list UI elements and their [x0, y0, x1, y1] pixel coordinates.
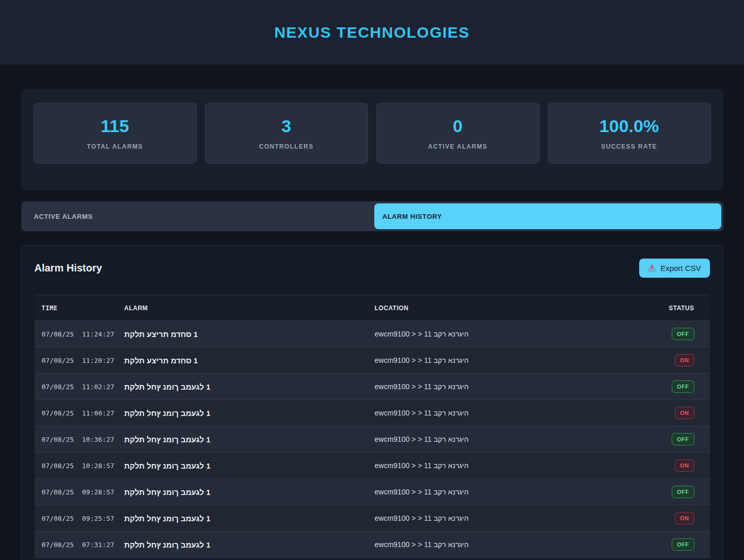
- stat-value: 3: [281, 116, 291, 136]
- status-badge: ON: [675, 354, 694, 366]
- export-csv-label: Export CSV: [660, 264, 701, 273]
- stat-value: 0: [453, 116, 463, 136]
- app-header: NEXUS TECHNOLOGIES: [0, 0, 744, 65]
- status-cell: OFF: [665, 321, 710, 347]
- location-cell: ewcm9100 > > 11 בקר אנרגיה: [375, 400, 665, 426]
- table-row: 07/08/25 09:28:57תקלת לחץ נמוך במעגל 1ew…: [35, 479, 710, 505]
- status-badge: OFF: [672, 328, 694, 340]
- alarm-cell: תקלת לחץ נמוך במעגל 1: [124, 374, 375, 400]
- table-header-row: TIME ALARM LOCATION STATUS: [35, 295, 710, 321]
- table-row: 07/08/25 07:31:27תקלת לחץ נמוך במעגל 1ew…: [35, 532, 710, 558]
- alarm-cell: תקלת לחץ נמוך במעגל 1: [124, 426, 375, 453]
- alarm-history-table: TIME ALARM LOCATION STATUS 07/08/25 11:2…: [35, 295, 710, 558]
- stat-card-active-alarms: 0 ACTIVE ALARMS: [376, 103, 540, 164]
- status-badge: ON: [675, 459, 694, 472]
- column-header-time: TIME: [35, 295, 124, 321]
- status-badge: ON: [675, 512, 694, 524]
- time-cell: 07/08/25 09:25:57: [35, 505, 124, 532]
- stat-card-total-alarms: 115 TOTAL ALARMS: [34, 103, 197, 164]
- status-cell: OFF: [665, 479, 710, 505]
- location-cell: ewcm9100 > > 11 בקר אנרגיה: [375, 321, 665, 347]
- stat-label: TOTAL ALARMS: [87, 143, 143, 150]
- table-row: 07/08/25 11:00:27תקלת לחץ נמוך במעגל 1ew…: [35, 400, 710, 426]
- status-cell: ON: [665, 453, 710, 479]
- column-header-alarm: ALARM: [124, 295, 375, 321]
- alarm-cell: תקלת לחץ נמוך במעגל 1: [124, 532, 375, 558]
- status-badge: OFF: [672, 538, 694, 551]
- status-cell: ON: [665, 347, 710, 374]
- tab-bar: ACTIVE ALARMS ALARM HISTORY: [21, 201, 723, 231]
- table-row: 07/08/25 11:20:27תקלת עצירת מדחס 1ewcm91…: [35, 347, 710, 374]
- stat-label: ACTIVE ALARMS: [428, 143, 487, 150]
- stat-value: 115: [101, 116, 129, 136]
- panel-title: Alarm History: [35, 262, 102, 274]
- alarm-cell: תקלת לחץ נמוך במעגל 1: [124, 505, 375, 532]
- tab-alarm-history[interactable]: ALARM HISTORY: [374, 203, 721, 229]
- alarm-history-panel: Alarm History Export CSV TIME ALARM LOCA…: [21, 245, 723, 560]
- status-cell: ON: [665, 505, 710, 532]
- alarm-cell: תקלת עצירת מדחס 1: [124, 347, 375, 374]
- location-cell: ewcm9100 > > 11 בקר אנרגיה: [375, 532, 665, 558]
- alarm-cell: תקלת לחץ נמוך במעגל 1: [124, 400, 375, 426]
- location-cell: ewcm9100 > > 11 בקר אנרגיה: [375, 453, 665, 479]
- status-cell: OFF: [665, 532, 710, 558]
- table-row: 07/08/25 11:24:27תקלת עצירת מדחס 1ewcm91…: [35, 321, 710, 347]
- table-row: 07/08/25 11:02:27תקלת לחץ נמוך במעגל 1ew…: [35, 374, 710, 400]
- table-row: 07/08/25 10:28:57תקלת לחץ נמוך במעגל 1ew…: [35, 453, 710, 479]
- stats-panel: 115 TOTAL ALARMS 3 CONTROLLERS 0 ACTIVE …: [21, 89, 723, 190]
- column-header-status: STATUS: [665, 295, 710, 321]
- app-title: NEXUS TECHNOLOGIES: [274, 24, 470, 41]
- time-cell: 07/08/25 11:02:27: [35, 374, 124, 400]
- stat-card-controllers: 3 CONTROLLERS: [205, 103, 368, 164]
- time-cell: 07/08/25 09:28:57: [35, 479, 124, 505]
- alarm-cell: תקלת לחץ נמוך במעגל 1: [124, 453, 375, 479]
- inbox-tray-icon: [648, 264, 656, 272]
- time-cell: 07/08/25 11:24:27: [35, 321, 124, 347]
- time-cell: 07/08/25 07:31:27: [35, 532, 124, 558]
- status-cell: OFF: [665, 374, 710, 400]
- status-badge: ON: [675, 407, 694, 419]
- status-badge: OFF: [672, 380, 694, 393]
- column-header-location: LOCATION: [375, 295, 665, 321]
- location-cell: ewcm9100 > > 11 בקר אנרגיה: [375, 347, 665, 374]
- location-cell: ewcm9100 > > 11 בקר אנרגיה: [375, 505, 665, 532]
- time-cell: 07/08/25 10:36:27: [35, 426, 124, 453]
- status-cell: ON: [665, 400, 710, 426]
- stat-card-success-rate: 100.0% SUCCESS RATE: [548, 103, 711, 164]
- table-row: 07/08/25 09:25:57תקלת לחץ נמוך במעגל 1ew…: [35, 505, 710, 532]
- location-cell: ewcm9100 > > 11 בקר אנרגיה: [375, 374, 665, 400]
- status-badge: OFF: [672, 486, 694, 498]
- panel-head: Alarm History Export CSV: [35, 259, 710, 278]
- tab-active-alarms[interactable]: ACTIVE ALARMS: [21, 201, 372, 231]
- stat-label: SUCCESS RATE: [601, 143, 657, 150]
- location-cell: ewcm9100 > > 11 בקר אנרגיה: [375, 426, 665, 453]
- time-cell: 07/08/25 10:28:57: [35, 453, 124, 479]
- stat-value: 100.0%: [599, 116, 659, 136]
- status-cell: OFF: [665, 426, 710, 453]
- stat-label: CONTROLLERS: [259, 143, 314, 150]
- time-cell: 07/08/25 11:00:27: [35, 400, 124, 426]
- location-cell: ewcm9100 > > 11 בקר אנרגיה: [375, 479, 665, 505]
- table-row: 07/08/25 10:36:27תקלת לחץ נמוך במעגל 1ew…: [35, 426, 710, 453]
- status-badge: OFF: [672, 433, 694, 445]
- time-cell: 07/08/25 11:20:27: [35, 347, 124, 374]
- alarm-cell: תקלת עצירת מדחס 1: [124, 321, 375, 347]
- export-csv-button[interactable]: Export CSV: [639, 259, 709, 278]
- alarm-cell: תקלת לחץ נמוך במעגל 1: [124, 479, 375, 505]
